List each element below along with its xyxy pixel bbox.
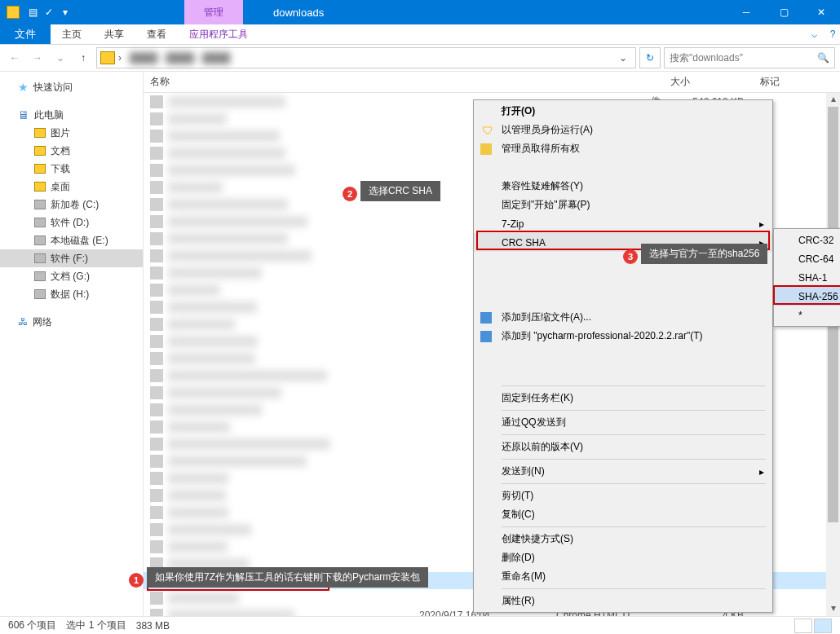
file-name bbox=[168, 370, 327, 381]
crumb-segment[interactable]: ████ › ████ › ████ bbox=[125, 52, 235, 64]
menu-cut[interactable]: 剪切(T) bbox=[474, 487, 772, 505]
file-icon bbox=[150, 540, 163, 553]
view-tab[interactable]: 查看 bbox=[135, 24, 178, 44]
menu-take-ownership[interactable]: 管理员取得所有权 bbox=[474, 139, 772, 158]
submenu-star[interactable]: * bbox=[774, 306, 840, 324]
menu-delete[interactable]: 删除(D) bbox=[474, 548, 772, 567]
refresh-button[interactable]: ↻ bbox=[639, 47, 661, 68]
file-name bbox=[168, 490, 226, 501]
file-icon bbox=[150, 523, 163, 536]
col-header-name[interactable]: 名称 bbox=[144, 75, 413, 89]
folder-icon bbox=[34, 182, 46, 192]
menu-separator bbox=[502, 483, 766, 484]
menu-item-blurred[interactable] bbox=[474, 346, 772, 364]
qat-new-icon[interactable]: ✓ bbox=[42, 6, 55, 19]
menu-item-blurred[interactable] bbox=[474, 289, 772, 308]
help-icon[interactable]: ? bbox=[825, 24, 840, 44]
share-tab[interactable]: 共享 bbox=[93, 24, 135, 44]
ribbon-tabs: 文件 主页 共享 查看 应用程序工具 ⌵ ? bbox=[0, 24, 840, 45]
file-name bbox=[168, 267, 262, 279]
qat-properties-icon[interactable]: ▤ bbox=[26, 6, 39, 19]
contextual-tab-label: 管理 bbox=[184, 0, 243, 24]
file-name bbox=[168, 96, 285, 108]
back-button[interactable]: ← bbox=[5, 48, 24, 68]
apptools-tab[interactable]: 应用程序工具 bbox=[178, 24, 259, 44]
nav-drive-g[interactable]: 文档 (G:) bbox=[0, 267, 143, 285]
file-icon bbox=[150, 232, 163, 245]
crumb-dropdown-icon[interactable]: ⌄ bbox=[619, 52, 632, 64]
submenu-crc64[interactable]: CRC-64 bbox=[774, 249, 840, 268]
menu-add-archive[interactable]: 添加到压缩文件(A)... bbox=[474, 308, 772, 327]
menu-separator bbox=[502, 434, 766, 435]
nav-drive-e[interactable]: 本地磁盘 (E:) bbox=[0, 231, 143, 249]
file-name bbox=[168, 336, 258, 347]
menu-item-blurred[interactable] bbox=[474, 364, 772, 383]
context-menu: 打开(O) 🛡以管理员身份运行(A) 管理员取得所有权 兼容性疑难解答(Y) 固… bbox=[473, 99, 773, 613]
menu-separator bbox=[502, 385, 766, 386]
file-icon bbox=[150, 164, 163, 177]
file-name bbox=[168, 353, 255, 364]
file-icon bbox=[150, 609, 163, 617]
menu-qq-send[interactable]: 通过QQ发送到 bbox=[474, 413, 772, 432]
file-tab[interactable]: 文件 bbox=[0, 24, 51, 44]
file-icon bbox=[150, 489, 163, 502]
menu-item-blurred[interactable] bbox=[474, 271, 772, 289]
up-button[interactable]: ↑ bbox=[73, 48, 93, 68]
minimize-button[interactable]: ─ bbox=[727, 0, 765, 24]
nav-this-pc[interactable]: 🖥此电脑 bbox=[0, 106, 143, 124]
search-box[interactable]: 搜索"downloads" 🔍 bbox=[664, 47, 835, 68]
submenu-sha256[interactable]: SHA-256 bbox=[774, 287, 840, 306]
nav-drive-h[interactable]: 数据 (H:) bbox=[0, 285, 143, 303]
history-dropdown-icon[interactable]: ⌄ bbox=[51, 48, 70, 68]
file-name bbox=[168, 182, 223, 193]
menu-copy[interactable]: 复制(C) bbox=[474, 505, 772, 524]
menu-send-to[interactable]: 发送到(N)▸ bbox=[474, 462, 772, 481]
menu-7zip[interactable]: 7-Zip▸ bbox=[474, 214, 772, 233]
nav-drive-d[interactable]: 软件 (D:) bbox=[0, 214, 143, 231]
submenu-sha1[interactable]: SHA-1 bbox=[774, 268, 840, 287]
nav-drive-c[interactable]: 新加卷 (C:) bbox=[0, 196, 143, 214]
col-header-size[interactable]: 大小 bbox=[664, 75, 754, 89]
maximize-button[interactable]: ▢ bbox=[765, 0, 802, 24]
nav-desktop[interactable]: 桌面 bbox=[0, 178, 143, 196]
menu-compat-troubleshoot[interactable]: 兼容性疑难解答(Y) bbox=[474, 177, 772, 196]
menu-open[interactable]: 打开(O) bbox=[474, 102, 772, 121]
nav-network[interactable]: 🖧网络 bbox=[0, 313, 143, 331]
nav-quick-access[interactable]: ★快速访问 bbox=[0, 78, 143, 96]
view-details-button[interactable] bbox=[794, 619, 812, 633]
menu-run-as-admin[interactable]: 🛡以管理员身份运行(A) bbox=[474, 121, 772, 139]
app-icon bbox=[7, 6, 20, 19]
menu-pin-taskbar[interactable]: 固定到任务栏(K) bbox=[474, 389, 772, 407]
annotation-3: 选择与官方一至的sha256 bbox=[641, 244, 767, 264]
menu-add-to-rar[interactable]: 添加到 "pycharm-professional-2020.2.2.rar"(… bbox=[474, 327, 772, 346]
home-tab[interactable]: 主页 bbox=[51, 24, 93, 44]
file-icon bbox=[150, 335, 163, 348]
vertical-scrollbar[interactable]: ▴ ▾ bbox=[826, 93, 840, 616]
qat-dropdown-icon[interactable]: ▾ bbox=[59, 6, 72, 19]
file-icon bbox=[150, 506, 163, 519]
col-header-tag[interactable]: 标记 bbox=[754, 75, 819, 89]
menu-properties[interactable]: 属性(R) bbox=[474, 592, 772, 610]
file-name bbox=[168, 284, 220, 296]
file-name bbox=[168, 438, 330, 450]
view-large-icons-button[interactable] bbox=[814, 619, 832, 633]
file-name bbox=[168, 473, 228, 484]
nav-documents[interactable]: 文档 bbox=[0, 142, 143, 160]
file-icon bbox=[150, 318, 163, 331]
nav-drive-f[interactable]: 软件 (F:) bbox=[0, 249, 143, 267]
drive-icon bbox=[34, 253, 46, 263]
menu-item-blurred[interactable] bbox=[474, 158, 772, 177]
ribbon-collapse-icon[interactable]: ⌵ bbox=[803, 24, 825, 44]
close-button[interactable]: ✕ bbox=[802, 0, 840, 24]
submenu-crc32[interactable]: CRC-32 bbox=[774, 231, 840, 249]
forward-button[interactable]: → bbox=[28, 48, 47, 68]
menu-rename[interactable]: 重命名(M) bbox=[474, 567, 772, 586]
breadcrumb[interactable]: › ████ › ████ › ████ ⌄ bbox=[96, 47, 636, 68]
nav-downloads[interactable]: 下载 bbox=[0, 160, 143, 178]
file-name bbox=[168, 113, 227, 125]
menu-create-shortcut[interactable]: 创建快捷方式(S) bbox=[474, 530, 772, 548]
nav-pictures[interactable]: 图片 bbox=[0, 124, 143, 142]
column-headers: 名称 大小 标记 bbox=[144, 72, 840, 93]
menu-restore-previous[interactable]: 还原以前的版本(V) bbox=[474, 438, 772, 456]
menu-pin-start[interactable]: 固定到"开始"屏幕(P) bbox=[474, 196, 772, 214]
